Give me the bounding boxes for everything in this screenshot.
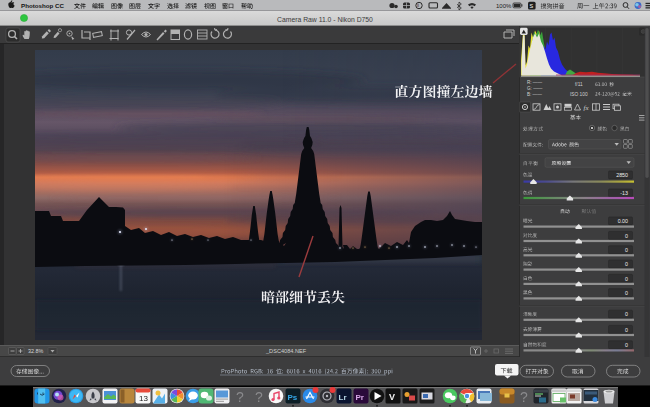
svg-text:0: 0 xyxy=(625,342,628,348)
svg-text:13: 13 xyxy=(139,394,148,403)
svg-text:0: 0 xyxy=(625,233,628,239)
svg-text:32.8%: 32.8% xyxy=(28,348,43,354)
svg-text:?: ? xyxy=(520,389,528,405)
svg-text:0: 0 xyxy=(625,290,628,296)
svg-text:R: ——: R: —— xyxy=(527,80,542,85)
svg-text:Lr: Lr xyxy=(339,393,347,402)
svg-text:0: 0 xyxy=(625,327,628,333)
svg-text:V: V xyxy=(389,392,395,402)
svg-text:2850: 2850 xyxy=(616,172,628,178)
svg-text:Pr: Pr xyxy=(356,393,364,402)
svg-text:B: ——: B: —— xyxy=(527,92,542,97)
svg-text:0.00: 0.00 xyxy=(618,218,628,224)
svg-text:ISO 100: ISO 100 xyxy=(570,92,588,97)
svg-text:S: S xyxy=(530,3,534,9)
svg-text:0: 0 xyxy=(625,276,628,282)
svg-text:-13: -13 xyxy=(620,190,628,196)
svg-text:Camera Raw 11.0 - Nikon D750: Camera Raw 11.0 - Nikon D750 xyxy=(277,16,373,23)
svg-text:ii: ii xyxy=(417,3,419,8)
svg-text:0: 0 xyxy=(625,247,628,253)
svg-text:G: ——: G: —— xyxy=(527,86,543,91)
svg-text:?: ? xyxy=(255,389,263,405)
svg-text:Ps: Ps xyxy=(288,393,298,402)
svg-text:fx: fx xyxy=(584,104,590,112)
svg-text:100%: 100% xyxy=(496,3,512,9)
svg-text:f/11: f/11 xyxy=(575,82,583,87)
svg-text:_DSC4084.NEF: _DSC4084.NEF xyxy=(265,348,307,354)
svg-text:0: 0 xyxy=(625,261,628,267)
svg-text:Photoshop CC: Photoshop CC xyxy=(21,2,64,9)
svg-text:?: ? xyxy=(236,389,244,405)
svg-text:0: 0 xyxy=(625,311,628,317)
